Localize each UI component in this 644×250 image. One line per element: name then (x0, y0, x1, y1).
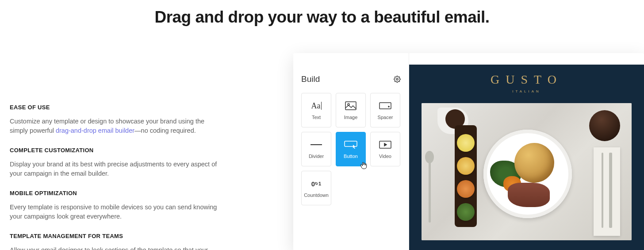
block-grid: Aa Text Image Spacer (301, 93, 401, 205)
svg-rect-4 (310, 144, 322, 145)
feature-heading: TEMPLATE MANAGEMENT FOR TEAMS (10, 233, 221, 239)
feature-heading: EASE OF USE (10, 104, 221, 111)
bowl-illustration (457, 203, 475, 221)
block-button[interactable]: Button (336, 132, 366, 166)
napkin-illustration (594, 147, 620, 236)
feature-heading: MOBILE OPTIMIZATION (10, 190, 221, 196)
text-icon: Aa (311, 100, 322, 111)
email-preview: GUSTO ITALIAN (409, 65, 644, 250)
feature-body: Customize any template or design to show… (10, 117, 221, 135)
block-spacer[interactable]: Spacer (370, 93, 400, 127)
feature-body: Display your brand at its best with prec… (10, 160, 221, 178)
fork-illustration (602, 153, 603, 228)
feature-heading: COMPLETE CUSTOMIZATION (10, 147, 221, 154)
bowl-illustration (457, 180, 475, 198)
svg-rect-1 (345, 102, 356, 110)
svg-rect-5 (345, 141, 357, 146)
hero-title: Drag and drop your way to a beautiful em… (0, 8, 644, 27)
countdown-icon: 0↻1 (311, 178, 321, 189)
knife-illustration (609, 153, 612, 228)
meat-illustration (508, 183, 550, 207)
block-countdown[interactable]: 0↻1 Countdown (301, 171, 331, 205)
block-image[interactable]: Image (336, 93, 366, 127)
divider-icon (310, 139, 322, 150)
feature-ease-of-use: EASE OF USE Customize any template or de… (10, 104, 221, 135)
features-column: EASE OF USE Customize any template or de… (0, 27, 221, 250)
feature-text: —no coding required. (134, 127, 196, 134)
button-icon (344, 139, 357, 150)
tile-label: Button (344, 154, 358, 159)
tile-label: Spacer (378, 115, 393, 120)
tile-label: Countdown (304, 192, 329, 198)
brand-subtitle: ITALIAN (409, 89, 644, 93)
spoon-illustration (429, 156, 431, 223)
block-divider[interactable]: Divider (301, 132, 331, 166)
svg-point-0 (396, 78, 398, 80)
feature-template-management: TEMPLATE MANAGEMENT FOR TEAMS Allow your… (10, 233, 221, 250)
bowl-illustration (457, 134, 475, 152)
cursor-hand-icon (359, 161, 368, 170)
drag-and-drop-link[interactable]: drag-and-drop email builder (56, 127, 134, 134)
panel-title: Build (301, 74, 320, 84)
block-video[interactable]: Video (370, 132, 400, 166)
email-builder-window: Build Aa Text Image (293, 53, 644, 250)
brand-header: GUSTO ITALIAN (409, 65, 644, 97)
brand-name: GUSTO (409, 73, 644, 87)
feature-body: Allow your email designer to lock sectio… (10, 246, 221, 250)
image-icon (345, 100, 356, 111)
feature-body: Every template is responsive to mobile d… (10, 203, 221, 221)
bowl-illustration (457, 157, 475, 175)
hero-image (422, 103, 632, 240)
block-text[interactable]: Aa Text (301, 93, 331, 127)
gear-icon[interactable] (394, 76, 401, 83)
video-icon (379, 139, 391, 150)
build-panel: Build Aa Text Image (293, 53, 409, 250)
tile-label: Divider (309, 154, 324, 159)
drink-glass-illustration (589, 110, 620, 141)
tile-label: Video (379, 154, 391, 159)
spacer-icon (379, 100, 391, 111)
feature-complete-customization: COMPLETE CUSTOMIZATION Display your bran… (10, 147, 221, 178)
svg-rect-3 (380, 103, 391, 109)
bread-roll-illustration (514, 143, 554, 183)
tile-label: Image (344, 115, 358, 120)
tile-label: Text (312, 115, 321, 120)
feature-mobile-optimization: MOBILE OPTIMIZATION Every template is re… (10, 190, 221, 221)
